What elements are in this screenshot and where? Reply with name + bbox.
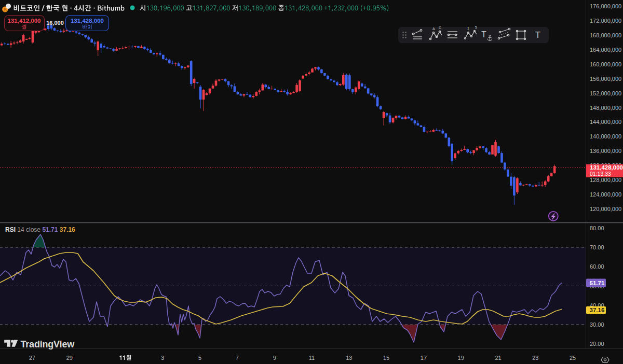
svg-text:144,000,000: 144,000,000 bbox=[590, 119, 621, 125]
svg-text:11: 11 bbox=[309, 355, 315, 361]
svg-text:A: A bbox=[432, 27, 435, 31]
svg-text:T: T bbox=[481, 30, 486, 39]
svg-text:168,000,000: 168,000,000 bbox=[590, 32, 621, 38]
svg-text:176,000,000: 176,000,000 bbox=[590, 3, 621, 9]
svg-text:131,428,000: 131,428,000 bbox=[590, 164, 623, 171]
svg-text:16,000: 16,000 bbox=[46, 20, 64, 26]
svg-text:21: 21 bbox=[495, 355, 501, 361]
svg-text:20.00: 20.00 bbox=[590, 341, 604, 347]
svg-text:124,000,000: 124,000,000 bbox=[590, 191, 621, 198]
svg-text:5: 5 bbox=[198, 355, 201, 361]
svg-text:17: 17 bbox=[421, 355, 427, 361]
svg-text:5: 5 bbox=[475, 25, 477, 29]
svg-text:T: T bbox=[535, 31, 540, 39]
svg-text:25: 25 bbox=[570, 355, 576, 361]
svg-text:172,000,000: 172,000,000 bbox=[590, 18, 621, 24]
svg-text:9: 9 bbox=[273, 355, 276, 361]
svg-text:30.00: 30.00 bbox=[590, 321, 604, 328]
svg-text:164,000,000: 164,000,000 bbox=[590, 47, 621, 53]
svg-text:148,000,000: 148,000,000 bbox=[590, 105, 621, 111]
svg-text:15: 15 bbox=[383, 355, 389, 361]
svg-text:131,412,000: 131,412,000 bbox=[8, 18, 41, 24]
svg-text:51.71: 51.71 bbox=[590, 280, 605, 286]
svg-text:27: 27 bbox=[29, 355, 35, 361]
svg-text:70.00: 70.00 bbox=[590, 244, 604, 250]
svg-text:RSI 14 close 51.71 37.16: RSI 14 close 51.71 37.16 bbox=[5, 226, 75, 233]
svg-text:140,000,000: 140,000,000 bbox=[590, 133, 621, 139]
svg-text:152,000,000: 152,000,000 bbox=[590, 90, 621, 96]
svg-text:C: C bbox=[439, 26, 441, 30]
svg-text:80.00: 80.00 bbox=[590, 225, 604, 231]
svg-text:160,000,000: 160,000,000 bbox=[590, 61, 621, 67]
svg-text:19: 19 bbox=[458, 355, 464, 361]
svg-text:23: 23 bbox=[532, 355, 538, 361]
svg-text:136,000,000: 136,000,000 bbox=[590, 148, 621, 154]
svg-text:120,000,000: 120,000,000 bbox=[590, 206, 621, 212]
svg-text:TradingView: TradingView bbox=[21, 339, 75, 349]
svg-text:60.00: 60.00 bbox=[590, 263, 604, 270]
svg-text:37.16: 37.16 bbox=[590, 307, 605, 313]
svg-text:156,000,000: 156,000,000 bbox=[590, 76, 621, 82]
svg-text:3: 3 bbox=[161, 355, 164, 361]
svg-text:1: 1 bbox=[467, 26, 469, 30]
svg-text:01:13:33: 01:13:33 bbox=[590, 171, 611, 177]
svg-text:7: 7 bbox=[236, 355, 239, 361]
svg-text:131,428,000: 131,428,000 bbox=[71, 18, 104, 24]
svg-text:29: 29 bbox=[66, 355, 73, 361]
svg-text:13: 13 bbox=[346, 355, 352, 361]
svg-text:128,000,000: 128,000,000 bbox=[590, 177, 621, 183]
